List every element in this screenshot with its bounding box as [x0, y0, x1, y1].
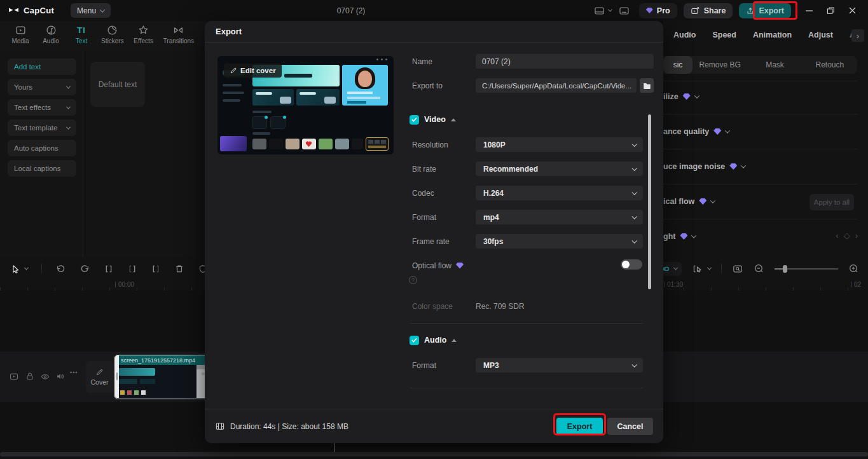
capcut-logo-icon [8, 6, 19, 15]
browse-folder-button[interactable] [640, 78, 654, 93]
format-dropdown[interactable]: mp4 [476, 210, 643, 224]
export-confirm-button[interactable]: Export [556, 418, 603, 435]
panel-item-yours[interactable]: Yours [8, 79, 76, 95]
export-path-input[interactable]: C:/Users/Super/AppData/Local/CapCut/Vide… [476, 78, 637, 93]
cursor-mode-button[interactable] [692, 264, 711, 274]
preview-frames-button[interactable] [732, 264, 743, 274]
tab-animation[interactable]: Animation [753, 31, 792, 39]
help-icon[interactable]: ? [409, 276, 417, 284]
panel-item-text-effects[interactable]: Text effects [8, 99, 76, 116]
tab-speed[interactable]: Speed [712, 31, 736, 39]
dialog-scrollbar[interactable] [648, 114, 651, 289]
playhead[interactable] [334, 443, 334, 452]
zoom-out-button[interactable] [754, 263, 764, 274]
share-label: Share [704, 6, 726, 15]
ruler-label: 01:30 [667, 281, 683, 288]
panel-item-local-captions[interactable]: Local captions [8, 160, 76, 177]
codec-dropdown[interactable]: H.264 [476, 186, 643, 200]
close-button[interactable] [848, 6, 857, 15]
tab-audio[interactable]: Audio [40, 25, 62, 45]
eye-icon[interactable] [40, 371, 50, 381]
share-button[interactable]: Share [684, 3, 733, 18]
chevron-down-icon[interactable] [725, 128, 730, 133]
framerate-dropdown[interactable]: 30fps [476, 234, 643, 249]
optical-flow-toggle[interactable] [621, 259, 642, 270]
text-icon: TI [77, 25, 86, 36]
default-text-card[interactable]: Default text [90, 62, 145, 107]
chevron-down-icon[interactable] [694, 93, 699, 98]
format-label: Format [412, 210, 436, 224]
subtab-retouch[interactable]: Retouch [803, 60, 857, 69]
split-icon[interactable] [104, 264, 114, 274]
tab-transitions[interactable]: Transitions [163, 25, 195, 45]
optical-flow-label: Optical flow [412, 258, 464, 273]
tab-text[interactable]: TI Text [71, 25, 92, 45]
collapse-icon[interactable] [451, 339, 457, 342]
keyframe-next-icon[interactable]: › [855, 231, 858, 240]
collapse-icon[interactable] [451, 118, 456, 121]
export-label: Export [759, 6, 784, 15]
panel-item-text-template[interactable]: Text template [8, 120, 76, 136]
tab-adjust[interactable]: Adjust [808, 31, 833, 39]
select-tool[interactable] [10, 264, 28, 274]
chevron-down-icon[interactable] [741, 163, 746, 168]
name-label: Name [412, 54, 432, 69]
divider [41, 264, 42, 273]
edit-cover-button[interactable]: Edit cover [224, 64, 282, 78]
export-dialog: Export [205, 21, 663, 443]
chevron-down-icon [66, 104, 71, 109]
export-to-label: Export to [412, 78, 443, 93]
tab-audio-props[interactable]: Audio [673, 31, 696, 39]
delete-left-icon[interactable] [127, 264, 137, 274]
panel-divider [83, 51, 83, 257]
stickers-icon [107, 25, 118, 36]
keyframe-diamond-icon[interactable]: ◇ [844, 231, 850, 240]
delete-button[interactable] [174, 264, 184, 274]
audio-format-dropdown[interactable]: MP3 [476, 358, 643, 373]
delete-right-icon[interactable] [151, 264, 161, 274]
maximize-button[interactable] [827, 6, 835, 15]
video-checkbox[interactable] [410, 115, 419, 125]
chevron-down-icon[interactable] [710, 198, 715, 203]
panel-item-auto-captions[interactable]: Auto captions [8, 140, 76, 156]
name-input[interactable]: 0707 (2) [476, 54, 654, 69]
keyframe-prev-icon[interactable]: ‹ [836, 231, 838, 240]
timeline-scrollbar[interactable] [0, 452, 868, 456]
chevron-down-icon [66, 84, 71, 88]
panel-item-add-text[interactable]: Add text [8, 58, 76, 75]
more-icon[interactable]: ••• [70, 369, 78, 376]
preview-portrait [342, 65, 388, 106]
minimize-button[interactable] [805, 6, 813, 15]
menu-label: Menu [77, 6, 96, 15]
layout-view-icon[interactable] [593, 6, 612, 16]
tab-stickers[interactable]: Stickers [101, 25, 124, 45]
app-logo-text: CapCut [24, 6, 54, 15]
resolution-dropdown[interactable]: 1080P [476, 137, 643, 152]
tab-media[interactable]: Media [10, 25, 31, 45]
timeline-zoom-slider[interactable] [775, 264, 838, 273]
lock-icon[interactable] [25, 371, 35, 381]
export-button-top[interactable]: Export [739, 3, 791, 18]
audio-section-header: Audio [410, 335, 457, 345]
captions-view-icon[interactable] [618, 6, 630, 16]
subtab-remove-bg[interactable]: Remove BG [692, 60, 747, 69]
color-space-value: Rec. 709 SDR [476, 299, 525, 313]
chevron-down-icon[interactable] [691, 233, 696, 238]
clip-left-handle[interactable] [115, 355, 119, 398]
speaker-icon[interactable] [55, 371, 65, 381]
subtab-mask[interactable]: Mask [747, 60, 802, 69]
cover-button[interactable]: Cover [86, 361, 113, 393]
tabs-next-button[interactable]: › [851, 29, 864, 42]
apply-to-all-button[interactable]: Apply to all [809, 194, 854, 210]
menu-button[interactable]: Menu [71, 3, 111, 18]
redo-button[interactable] [79, 264, 90, 274]
zoom-in-button[interactable] [848, 263, 859, 274]
cancel-button[interactable]: Cancel [607, 418, 653, 435]
undo-button[interactable] [55, 264, 66, 274]
tab-effects[interactable]: Effects [133, 25, 155, 45]
subtab-basic[interactable]: sic [663, 56, 692, 74]
pro-button[interactable]: Pro [639, 3, 677, 18]
audio-checkbox[interactable] [410, 336, 419, 345]
slider-knob[interactable] [783, 265, 787, 273]
bitrate-dropdown[interactable]: Recommended [476, 161, 643, 176]
